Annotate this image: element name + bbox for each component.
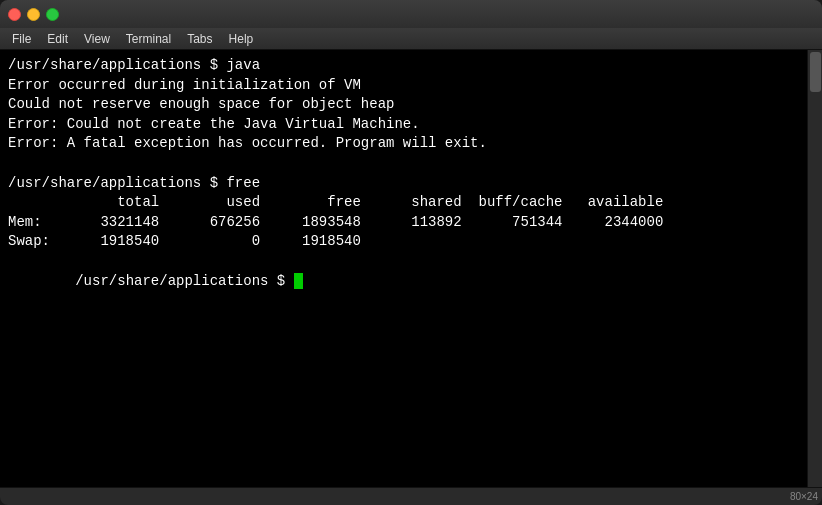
cursor-block — [294, 273, 303, 289]
scrollbar-thumb[interactable] — [810, 52, 821, 92]
line-free-swap: Swap: 1918540 0 1918540 — [8, 232, 799, 252]
prompt-text: /usr/share/applications $ — [75, 273, 293, 289]
menu-terminal[interactable]: Terminal — [118, 32, 179, 46]
line-2: Error occurred during initialization of … — [8, 76, 799, 96]
menu-help[interactable]: Help — [221, 32, 262, 46]
menu-edit[interactable]: Edit — [39, 32, 76, 46]
menu-file[interactable]: File — [4, 32, 39, 46]
terminal-wrapper: /usr/share/applications $ java Error occ… — [0, 50, 822, 487]
line-4: Error: Could not create the Java Virtual… — [8, 115, 799, 135]
menu-tabs[interactable]: Tabs — [179, 32, 220, 46]
terminal-output[interactable]: /usr/share/applications $ java Error occ… — [0, 50, 807, 487]
maximize-button[interactable] — [46, 8, 59, 21]
menu-bar: File Edit View Terminal Tabs Help — [0, 28, 822, 50]
line-prompt: /usr/share/applications $ — [8, 252, 799, 311]
line-5: Error: A fatal exception has occurred. P… — [8, 134, 799, 154]
line-1: /usr/share/applications $ java — [8, 56, 799, 76]
statusbar-text: 80×24 — [790, 491, 818, 502]
scrollbar[interactable] — [807, 50, 822, 487]
minimize-button[interactable] — [27, 8, 40, 21]
line-free-cmd: /usr/share/applications $ free — [8, 174, 799, 194]
statusbar: 80×24 — [0, 487, 822, 505]
line-free-header: total used free shared buff/cache availa… — [8, 193, 799, 213]
line-3: Could not reserve enough space for objec… — [8, 95, 799, 115]
line-blank — [8, 154, 799, 174]
menu-view[interactable]: View — [76, 32, 118, 46]
window-controls — [8, 8, 59, 21]
titlebar — [0, 0, 822, 28]
line-free-mem: Mem: 3321148 676256 1893548 113892 75134… — [8, 213, 799, 233]
close-button[interactable] — [8, 8, 21, 21]
terminal-window: File Edit View Terminal Tabs Help /usr/s… — [0, 0, 822, 505]
